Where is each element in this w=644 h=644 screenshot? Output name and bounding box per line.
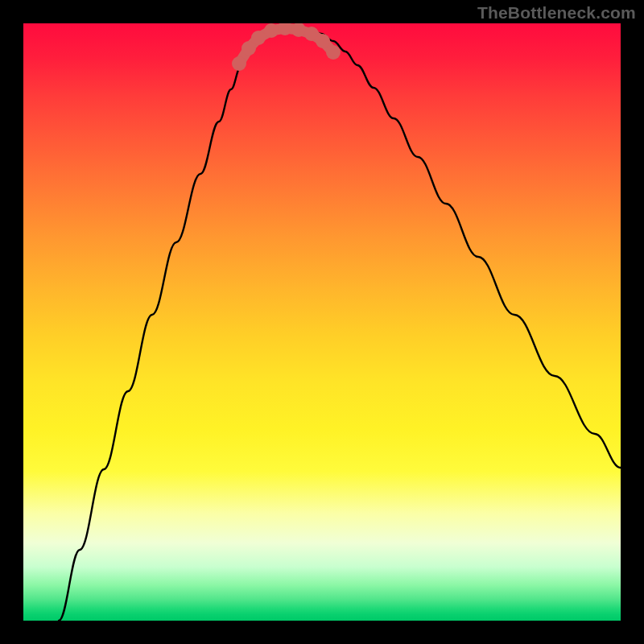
valley-dot: [326, 45, 341, 60]
curve-path: [59, 27, 621, 621]
bottleneck-curve: [59, 27, 621, 621]
outer-frame: TheBottleneck.com: [0, 0, 644, 644]
valley-dot: [316, 34, 330, 48]
plot-area: [23, 23, 621, 621]
valley-dot: [232, 56, 246, 71]
valley-dot: [264, 23, 279, 38]
chart-svg: [23, 23, 621, 621]
attribution-text: TheBottleneck.com: [477, 3, 636, 23]
valley-marker: [232, 23, 341, 71]
valley-dot: [251, 31, 266, 45]
